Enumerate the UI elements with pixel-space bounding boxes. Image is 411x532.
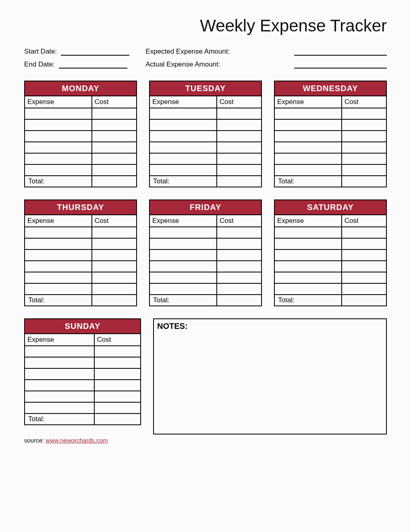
total-value-cell[interactable] bbox=[92, 295, 137, 306]
expense-cell[interactable] bbox=[25, 402, 94, 414]
cost-cell[interactable] bbox=[217, 108, 262, 119]
cost-cell[interactable] bbox=[92, 227, 137, 238]
expense-cell[interactable] bbox=[25, 272, 92, 283]
cost-cell[interactable] bbox=[342, 227, 386, 238]
cost-cell[interactable] bbox=[92, 249, 137, 261]
expense-cell[interactable] bbox=[274, 272, 342, 283]
expense-cell[interactable] bbox=[25, 153, 92, 164]
cost-cell[interactable] bbox=[342, 272, 386, 283]
expense-cell[interactable] bbox=[25, 119, 92, 131]
cost-cell[interactable] bbox=[342, 261, 386, 272]
cost-cell[interactable] bbox=[217, 142, 262, 153]
cost-cell[interactable] bbox=[94, 391, 141, 402]
cost-cell[interactable] bbox=[217, 249, 262, 261]
end-date-input[interactable] bbox=[59, 60, 127, 69]
expense-cell[interactable] bbox=[25, 131, 92, 142]
cost-cell[interactable] bbox=[342, 164, 386, 176]
cost-cell[interactable] bbox=[342, 131, 386, 142]
cost-cell[interactable] bbox=[94, 380, 141, 391]
expense-cell[interactable] bbox=[149, 164, 217, 176]
cost-cell[interactable] bbox=[342, 249, 386, 261]
cost-cell[interactable] bbox=[342, 119, 386, 131]
cost-cell[interactable] bbox=[217, 238, 262, 249]
expense-cell[interactable] bbox=[25, 227, 92, 238]
cost-cell[interactable] bbox=[217, 283, 262, 295]
expense-cell[interactable] bbox=[25, 164, 92, 176]
cost-cell[interactable] bbox=[92, 261, 137, 272]
expense-cell[interactable] bbox=[25, 346, 94, 357]
expense-cell[interactable] bbox=[274, 261, 342, 272]
cost-cell[interactable] bbox=[92, 119, 137, 131]
total-value-cell[interactable] bbox=[92, 176, 137, 187]
cost-column-header: Cost bbox=[92, 96, 137, 108]
cost-cell[interactable] bbox=[92, 153, 137, 164]
expense-cell[interactable] bbox=[25, 238, 92, 249]
cost-cell[interactable] bbox=[217, 227, 262, 238]
expense-cell[interactable] bbox=[149, 272, 217, 283]
expense-cell[interactable] bbox=[274, 153, 342, 164]
cost-cell[interactable] bbox=[92, 108, 137, 119]
total-value-cell[interactable] bbox=[217, 176, 262, 187]
expense-cell[interactable] bbox=[25, 108, 92, 119]
cost-cell[interactable] bbox=[94, 346, 141, 357]
expense-cell[interactable] bbox=[274, 227, 342, 238]
cost-cell[interactable] bbox=[342, 142, 386, 153]
expense-cell[interactable] bbox=[274, 131, 342, 142]
expense-cell[interactable] bbox=[274, 119, 342, 131]
actual-expense-input[interactable] bbox=[294, 60, 387, 69]
cost-cell[interactable] bbox=[342, 108, 386, 119]
expense-cell[interactable] bbox=[149, 142, 217, 153]
expense-cell[interactable] bbox=[149, 131, 217, 142]
cost-cell[interactable] bbox=[217, 164, 262, 176]
start-date-input[interactable] bbox=[61, 48, 129, 56]
cost-cell[interactable] bbox=[342, 283, 386, 295]
notes-box[interactable]: NOTES: bbox=[153, 318, 387, 434]
source-link[interactable]: www.neworchards.com bbox=[46, 437, 108, 444]
cost-cell[interactable] bbox=[92, 164, 137, 176]
expense-cell[interactable] bbox=[25, 391, 94, 402]
total-value-cell[interactable] bbox=[217, 295, 262, 306]
cost-cell[interactable] bbox=[92, 283, 137, 295]
cost-cell[interactable] bbox=[217, 153, 262, 164]
cost-cell[interactable] bbox=[217, 131, 262, 142]
expense-cell[interactable] bbox=[25, 249, 92, 261]
cost-cell[interactable] bbox=[94, 368, 141, 380]
expense-cell[interactable] bbox=[149, 227, 217, 238]
cost-cell[interactable] bbox=[92, 142, 137, 153]
expense-cell[interactable] bbox=[149, 261, 217, 272]
expense-cell[interactable] bbox=[25, 368, 94, 380]
total-value-cell[interactable] bbox=[94, 414, 141, 425]
expense-cell[interactable] bbox=[25, 380, 94, 391]
expense-cell[interactable] bbox=[149, 238, 217, 249]
expense-cell[interactable] bbox=[274, 283, 342, 295]
total-value-cell[interactable] bbox=[342, 176, 386, 187]
cost-cell[interactable] bbox=[217, 272, 262, 283]
cost-cell[interactable] bbox=[92, 272, 137, 283]
cost-cell[interactable] bbox=[342, 238, 386, 249]
cost-cell[interactable] bbox=[92, 238, 137, 249]
expense-cell[interactable] bbox=[274, 238, 342, 249]
expense-cell[interactable] bbox=[149, 108, 217, 119]
expense-cell[interactable] bbox=[25, 357, 94, 368]
expense-cell[interactable] bbox=[149, 119, 217, 131]
cost-cell[interactable] bbox=[94, 357, 141, 368]
cost-cell[interactable] bbox=[342, 153, 386, 164]
cost-cell[interactable] bbox=[217, 261, 262, 272]
cost-cell[interactable] bbox=[94, 402, 141, 414]
expense-cell[interactable] bbox=[25, 142, 92, 153]
cost-cell[interactable] bbox=[217, 119, 262, 131]
expense-cell[interactable] bbox=[274, 164, 342, 176]
expense-cell[interactable] bbox=[274, 142, 342, 153]
expense-cell[interactable] bbox=[149, 283, 217, 295]
expense-row bbox=[149, 142, 262, 153]
expense-cell[interactable] bbox=[25, 261, 92, 272]
expense-cell[interactable] bbox=[274, 249, 342, 261]
expense-cell[interactable] bbox=[25, 283, 92, 295]
page-title: Weekly Expense Tracker bbox=[24, 16, 387, 35]
total-value-cell[interactable] bbox=[342, 295, 386, 306]
cost-cell[interactable] bbox=[92, 131, 137, 142]
expense-cell[interactable] bbox=[274, 108, 342, 119]
expected-expense-input[interactable] bbox=[294, 48, 387, 56]
expense-cell[interactable] bbox=[149, 153, 217, 164]
expense-cell[interactable] bbox=[149, 249, 217, 261]
